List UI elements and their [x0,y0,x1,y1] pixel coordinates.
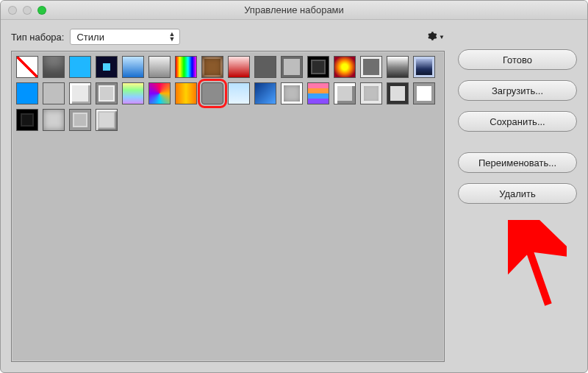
style-swatch[interactable] [122,82,144,104]
preset-type-select[interactable]: Стили ▲▼ [70,29,180,45]
style-swatch[interactable] [228,56,250,78]
preset-type-label: Тип набора: [11,32,64,43]
window-controls [1,6,46,15]
style-swatch[interactable] [69,82,91,104]
style-swatch[interactable] [360,82,382,104]
preset-grid [16,56,440,131]
style-swatch[interactable] [16,109,38,131]
minimize-window-button[interactable] [23,6,32,15]
style-swatch[interactable] [387,82,409,104]
style-swatch[interactable] [360,56,382,78]
style-swatch[interactable] [43,56,65,78]
rename-button[interactable]: Переименовать... [458,152,577,173]
style-swatch[interactable] [69,109,91,131]
style-swatch[interactable] [148,82,171,104]
chevron-down-icon: ▼ [439,34,445,40]
style-swatch[interactable] [175,56,197,78]
style-swatch[interactable] [122,56,144,78]
style-swatch[interactable] [43,109,65,131]
style-swatch[interactable] [96,109,118,131]
style-swatch[interactable] [43,82,65,104]
style-swatch[interactable] [175,82,197,104]
preset-grid-panel [11,51,445,362]
preset-type-row: Тип набора: Стили ▲▼ ▼ [11,29,445,45]
style-swatch[interactable] [281,82,303,104]
style-swatch[interactable] [281,56,303,78]
save-button[interactable]: Сохранить... [458,111,577,132]
close-window-button[interactable] [8,6,17,15]
preset-type-value: Стили [76,32,104,43]
style-swatch[interactable] [16,82,38,104]
style-swatch[interactable] [387,56,409,78]
style-swatch[interactable] [96,82,118,104]
window-title: Управление наборами [1,4,587,15]
style-swatch[interactable] [413,56,435,78]
zoom-window-button[interactable] [37,6,46,15]
flyout-menu-button[interactable]: ▼ [427,31,445,43]
gear-icon [427,31,437,43]
right-button-column: Готово Загрузить... Сохранить... Переиме… [458,29,577,362]
style-swatch[interactable] [201,82,223,104]
style-swatch[interactable] [201,56,223,78]
style-swatch[interactable] [16,56,38,78]
style-swatch[interactable] [334,82,356,104]
style-swatch[interactable] [254,56,276,78]
style-swatch[interactable] [307,56,329,78]
preset-manager-window: Управление наборами Тип набора: Стили ▲▼… [0,0,588,373]
titlebar: Управление наборами [1,1,587,20]
style-swatch[interactable] [334,56,356,78]
style-swatch[interactable] [96,56,118,78]
style-swatch[interactable] [69,56,91,78]
style-swatch[interactable] [254,82,276,104]
chevron-up-down-icon: ▲▼ [169,32,176,42]
style-swatch[interactable] [148,56,171,78]
delete-button[interactable]: Удалить [458,183,577,204]
left-column: Тип набора: Стили ▲▼ ▼ [11,29,445,362]
load-button[interactable]: Загрузить... [458,80,577,101]
style-swatch[interactable] [307,82,329,104]
done-button[interactable]: Готово [458,49,577,70]
window-body: Тип набора: Стили ▲▼ ▼ Гот [1,20,587,372]
style-swatch[interactable] [413,82,435,104]
style-swatch[interactable] [228,82,250,104]
